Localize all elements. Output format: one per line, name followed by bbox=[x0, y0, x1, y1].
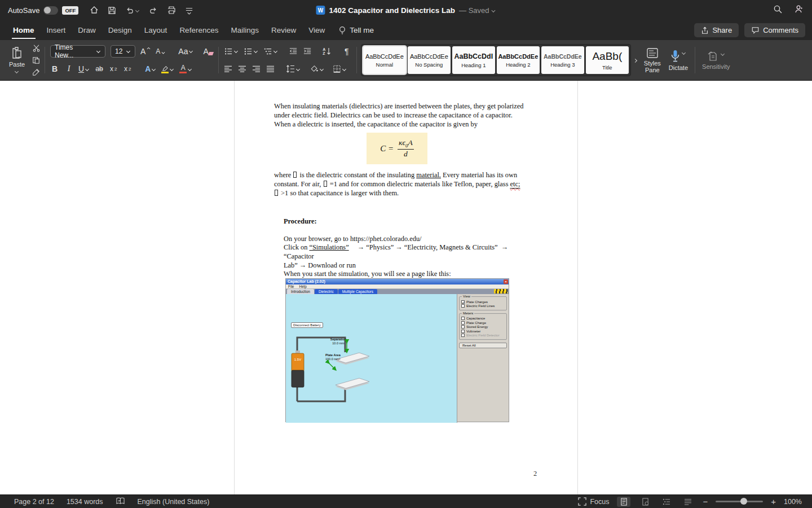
style-heading-1[interactable]: AaBbCcDdIHeading 1 bbox=[452, 46, 495, 74]
style-no-spacing[interactable]: AaBbCcDdEeNo Spacing bbox=[408, 46, 451, 74]
change-case-dropdown-icon[interactable] bbox=[189, 49, 193, 53]
shading-dropdown-icon[interactable] bbox=[320, 67, 324, 71]
print-icon[interactable] bbox=[167, 6, 176, 15]
highlight-dropdown-icon[interactable] bbox=[170, 67, 174, 71]
embedded-simulation-image[interactable]: Capacitor Lab (2.02) × FileHelp Introduc… bbox=[285, 278, 509, 422]
tab-references[interactable]: References bbox=[173, 21, 224, 39]
sensitivity-dropdown-icon[interactable] bbox=[721, 52, 725, 56]
text-effects-dropdown-icon[interactable] bbox=[152, 67, 156, 71]
shrink-font-button[interactable]: A bbox=[156, 47, 165, 56]
dictate-dropdown-icon[interactable] bbox=[682, 51, 686, 55]
line-spacing-button[interactable] bbox=[286, 65, 301, 73]
borders-dropdown-icon[interactable] bbox=[342, 67, 347, 71]
superscript-button[interactable]: x2 bbox=[123, 65, 132, 73]
style-title[interactable]: AaBb(Title bbox=[586, 46, 629, 74]
styles-pane-button[interactable]: StylesPane bbox=[640, 42, 665, 78]
clear-formatting-button[interactable]: A bbox=[203, 47, 213, 55]
simulations-link[interactable]: “Simulations” bbox=[309, 243, 354, 251]
line-spacing-dropdown-icon[interactable] bbox=[296, 67, 301, 71]
capacitance-equation[interactable]: C = κϵ0A d bbox=[367, 133, 427, 164]
zoom-level[interactable]: 100% bbox=[784, 498, 802, 506]
tell-me-button[interactable]: Tell me bbox=[339, 26, 374, 35]
view-print-layout-button[interactable] bbox=[617, 497, 630, 507]
procedure-step-navigation[interactable]: Click on “Simulations” → “Physics” → “El… bbox=[284, 243, 532, 270]
sort-button[interactable]: AZ bbox=[323, 47, 332, 55]
style-heading-2[interactable]: AaBbCcDdEeHeading 2 bbox=[497, 46, 540, 74]
subscript-button[interactable]: x2 bbox=[109, 65, 118, 73]
numbering-button[interactable] bbox=[244, 47, 258, 55]
word-count[interactable]: 1534 words bbox=[67, 498, 103, 506]
format-painter-button[interactable] bbox=[32, 68, 41, 76]
bold-button[interactable]: B bbox=[50, 65, 59, 73]
font-color-button[interactable]: A bbox=[179, 64, 192, 73]
copy-button[interactable] bbox=[32, 56, 41, 64]
style-heading-3[interactable]: AaBbCcDdEeHeading 3 bbox=[541, 46, 584, 74]
autosave-toggle[interactable]: AutoSave OFF bbox=[8, 6, 78, 15]
underline-dropdown-icon[interactable] bbox=[85, 67, 90, 71]
bullets-dropdown-icon[interactable] bbox=[234, 49, 239, 53]
font-name-combo[interactable]: Times New... bbox=[50, 45, 105, 58]
tab-home[interactable]: Home bbox=[7, 21, 41, 39]
zoom-out-button[interactable]: − bbox=[703, 497, 708, 506]
paste-dropdown-icon[interactable] bbox=[15, 69, 19, 73]
saved-dropdown-icon[interactable] bbox=[492, 8, 496, 12]
justify-button[interactable] bbox=[266, 65, 275, 73]
font-color-dropdown-icon[interactable] bbox=[188, 67, 192, 71]
tab-draw[interactable]: Draw bbox=[72, 21, 102, 39]
zoom-in-button[interactable]: + bbox=[771, 497, 776, 506]
borders-button[interactable] bbox=[333, 65, 347, 73]
grow-font-button[interactable]: A bbox=[140, 47, 151, 55]
tab-design[interactable]: Design bbox=[102, 21, 138, 39]
home-icon[interactable] bbox=[90, 6, 99, 15]
paragraph-dielectric-constant[interactable]: where is the dielectric constant of the … bbox=[274, 171, 527, 198]
dictate-button[interactable]: Dictate bbox=[665, 42, 692, 78]
tab-review[interactable]: Review bbox=[265, 21, 302, 39]
view-web-layout-button[interactable] bbox=[638, 497, 652, 507]
proofing-icon[interactable] bbox=[116, 497, 125, 507]
cut-button[interactable] bbox=[32, 44, 41, 52]
zoom-slider-thumb[interactable] bbox=[740, 498, 747, 505]
style-normal[interactable]: AaBbCcDdEeNormal bbox=[363, 46, 406, 74]
increase-indent-button[interactable] bbox=[303, 47, 312, 55]
view-draft-button[interactable] bbox=[681, 497, 695, 507]
underline-button[interactable]: U bbox=[78, 65, 90, 73]
paragraph-dielectrics-intro[interactable]: When insulating materials (dielectrics) … bbox=[274, 102, 527, 129]
undo-dropdown-icon[interactable] bbox=[135, 8, 140, 12]
undo-button[interactable] bbox=[125, 6, 140, 15]
tab-layout[interactable]: Layout bbox=[138, 21, 174, 39]
tab-insert[interactable]: Insert bbox=[41, 21, 72, 39]
align-left-button[interactable] bbox=[224, 65, 233, 73]
tab-mailings[interactable]: Mailings bbox=[224, 21, 265, 39]
bullets-button[interactable] bbox=[224, 47, 239, 55]
saved-status[interactable]: — Saved bbox=[459, 6, 496, 15]
paste-button[interactable]: Paste bbox=[3, 42, 30, 78]
page-info[interactable]: Page 2 of 12 bbox=[14, 498, 54, 506]
focus-button[interactable]: Focus bbox=[578, 497, 609, 506]
font-size-combo[interactable]: 12 bbox=[111, 45, 135, 58]
numbering-dropdown-icon[interactable] bbox=[254, 49, 258, 53]
text-effects-button[interactable]: A bbox=[145, 65, 156, 73]
tab-view[interactable]: View bbox=[302, 21, 331, 39]
shading-button[interactable] bbox=[310, 65, 324, 73]
align-right-button[interactable] bbox=[252, 65, 261, 73]
highlight-button[interactable] bbox=[161, 65, 174, 73]
font-size-dropdown-icon[interactable] bbox=[126, 49, 131, 53]
share-button[interactable]: Share bbox=[694, 23, 739, 37]
font-name-dropdown-icon[interactable] bbox=[96, 49, 101, 53]
search-icon[interactable] bbox=[773, 5, 783, 16]
more-styles-button[interactable] bbox=[632, 42, 640, 78]
italic-button[interactable]: I bbox=[64, 65, 73, 73]
procedure-heading[interactable]: Procedure: bbox=[284, 217, 317, 226]
change-case-button[interactable]: Aa bbox=[178, 47, 193, 55]
align-center-button[interactable] bbox=[238, 65, 247, 73]
autosave-switch[interactable] bbox=[43, 6, 58, 15]
paragraph-start-simulation[interactable]: When you start the simulation, you will … bbox=[284, 270, 451, 278]
customize-toolbar-icon[interactable] bbox=[185, 6, 193, 15]
sensitivity-button[interactable]: Sensitivity bbox=[698, 42, 734, 78]
view-outline-button[interactable] bbox=[660, 497, 673, 507]
comments-button[interactable]: Comments bbox=[744, 23, 805, 37]
language-selector[interactable]: English (United States) bbox=[138, 498, 210, 506]
multilevel-dropdown-icon[interactable] bbox=[273, 49, 278, 53]
multilevel-list-button[interactable] bbox=[263, 47, 278, 55]
account-people-icon[interactable] bbox=[794, 5, 804, 16]
